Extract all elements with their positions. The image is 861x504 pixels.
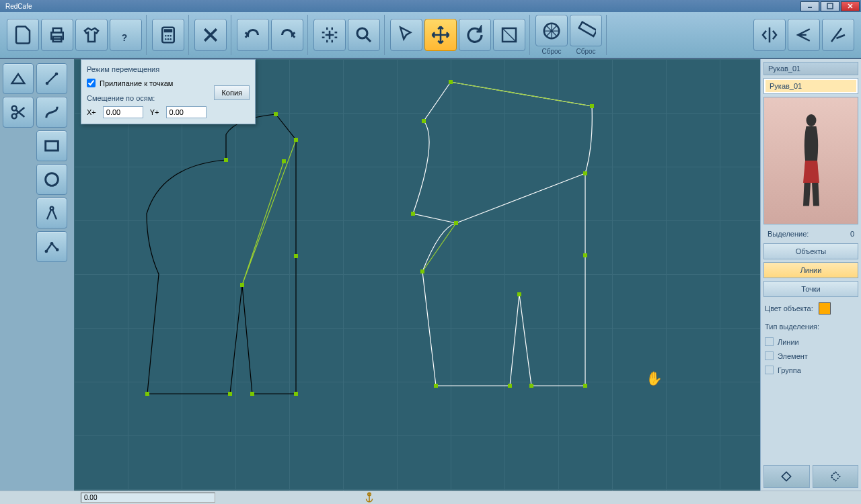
- y-prefix: Y+: [150, 108, 159, 116]
- minimize-button[interactable]: [800, 1, 819, 11]
- svg-line-19: [367, 38, 371, 42]
- svg-rect-41: [145, 392, 149, 396]
- triangle-tool[interactable]: [3, 63, 34, 94]
- left-toolbar: [0, 59, 74, 491]
- rotate-button[interactable]: [459, 19, 491, 51]
- extra-tool-2[interactable]: [788, 19, 820, 51]
- window-controls: [800, 1, 860, 11]
- svg-line-34: [47, 210, 51, 219]
- svg-line-21: [502, 28, 516, 42]
- snap-checkbox[interactable]: [87, 79, 96, 87]
- move-button[interactable]: [424, 19, 457, 51]
- svg-rect-31: [46, 141, 59, 151]
- x-offset-input[interactable]: [103, 106, 143, 118]
- extra-tool-3[interactable]: [822, 19, 854, 51]
- svg-point-10: [165, 35, 167, 37]
- svg-line-35: [52, 210, 57, 219]
- svg-rect-55: [517, 292, 521, 296]
- svg-text:?: ?: [122, 33, 127, 43]
- canvas[interactable]: RedCafeStore.com: [74, 59, 760, 491]
- hand-cursor-icon: ✋: [646, 370, 663, 386]
- y-offset-input[interactable]: [166, 106, 207, 118]
- panel-header: Рукав_01: [763, 62, 858, 75]
- new-file-button[interactable]: [7, 19, 39, 51]
- svg-rect-56: [508, 384, 512, 388]
- main-toolbar: ? Сброс Сброс: [0, 12, 861, 59]
- select-button[interactable]: [390, 19, 422, 51]
- redo-button[interactable]: [271, 19, 303, 51]
- svg-rect-9: [164, 29, 173, 32]
- chk-element[interactable]: [765, 351, 774, 360]
- anchor-icon[interactable]: [363, 491, 375, 505]
- preview-pane: [763, 97, 858, 224]
- copy-button[interactable]: Копия: [214, 85, 250, 100]
- svg-rect-49: [449, 80, 453, 84]
- extra-tool-1[interactable]: [753, 19, 786, 51]
- selection-count-row: Выделение: 0: [763, 227, 858, 241]
- svg-rect-43: [240, 283, 244, 287]
- compass-button[interactable]: [535, 15, 568, 46]
- object-color-row: Цвет объекта:: [763, 300, 858, 317]
- chk-lines[interactable]: [765, 337, 774, 346]
- scissors-tool[interactable]: [3, 97, 34, 128]
- maximize-button[interactable]: [821, 1, 839, 11]
- selection-type-label: Тип выделения:: [763, 320, 858, 333]
- color-label: Цвет объекта:: [765, 304, 813, 312]
- svg-rect-61: [422, 119, 426, 123]
- svg-point-13: [165, 38, 167, 40]
- line-tool[interactable]: [36, 63, 67, 94]
- reset-label-1[interactable]: Сброс: [541, 48, 561, 55]
- mirror-button[interactable]: [493, 19, 525, 51]
- svg-point-32: [46, 173, 59, 186]
- svg-line-30: [47, 74, 57, 83]
- help-button[interactable]: ?: [110, 19, 142, 51]
- curve-tool[interactable]: [36, 97, 67, 128]
- svg-point-14: [167, 38, 170, 40]
- svg-rect-53: [583, 384, 587, 388]
- compass-tool[interactable]: [36, 198, 67, 228]
- svg-rect-59: [454, 221, 458, 225]
- color-swatch[interactable]: [819, 302, 831, 314]
- svg-point-18: [357, 28, 367, 38]
- svg-rect-40: [224, 158, 228, 162]
- delete-button[interactable]: [194, 19, 227, 51]
- svg-point-12: [170, 35, 172, 37]
- mode-objects-button[interactable]: Объекты: [763, 243, 858, 259]
- pan-button[interactable]: [313, 19, 346, 51]
- svg-rect-52: [583, 253, 587, 257]
- svg-point-62: [806, 114, 816, 126]
- svg-rect-42: [228, 392, 232, 396]
- list-item[interactable]: Рукав_01: [765, 80, 856, 92]
- zoom-button[interactable]: [348, 19, 380, 51]
- svg-point-33: [50, 207, 54, 210]
- reset-label-2[interactable]: Сброс: [576, 48, 595, 55]
- svg-rect-45: [294, 392, 298, 396]
- svg-rect-54: [529, 384, 533, 388]
- object-list[interactable]: Рукав_01: [763, 78, 858, 94]
- svg-rect-44: [250, 392, 254, 396]
- chk-group[interactable]: [765, 366, 774, 374]
- ruler-button[interactable]: [570, 15, 602, 46]
- print-button[interactable]: [41, 19, 73, 51]
- mode-lines-button[interactable]: Линии: [763, 262, 858, 278]
- svg-rect-47: [294, 138, 298, 142]
- garment-button[interactable]: [75, 19, 108, 51]
- calculator-button[interactable]: [152, 19, 184, 51]
- selection-count: 0: [850, 230, 854, 238]
- undo-button[interactable]: [237, 19, 269, 51]
- mode-points-button[interactable]: Точки: [763, 281, 858, 297]
- polyline-tool[interactable]: [36, 231, 67, 262]
- circle-tool[interactable]: [36, 164, 67, 195]
- under-bar: [0, 491, 861, 504]
- close-button[interactable]: [841, 1, 860, 11]
- rp-tool-1[interactable]: [763, 465, 810, 488]
- rectangle-tool[interactable]: [36, 130, 67, 161]
- svg-rect-57: [434, 384, 438, 388]
- workspace: RedCafeStore.com: [0, 59, 861, 491]
- svg-rect-58: [420, 269, 424, 274]
- svg-rect-1: [827, 3, 833, 9]
- x-prefix: X+: [87, 108, 96, 116]
- under-input[interactable]: [81, 493, 215, 503]
- right-panel: Рукав_01 Рукав_01 Выделение: 0 Объекты Л…: [760, 59, 861, 491]
- rp-tool-2[interactable]: [813, 465, 859, 488]
